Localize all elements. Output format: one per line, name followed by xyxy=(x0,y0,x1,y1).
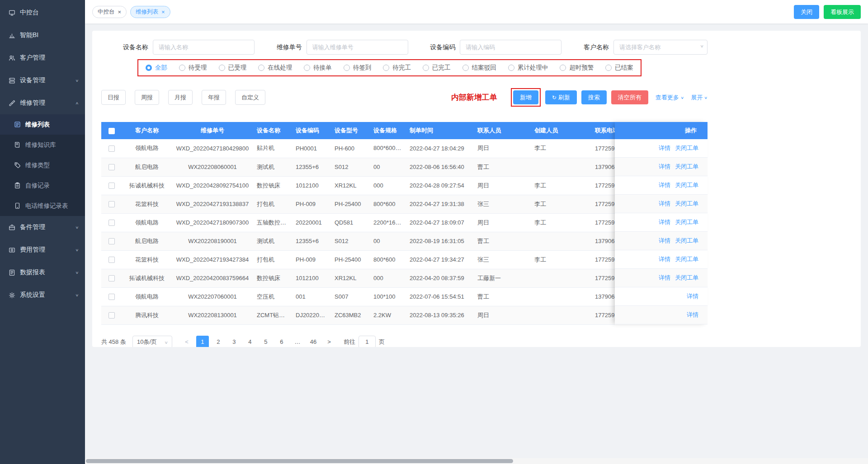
table-cell: 周日 xyxy=(474,213,531,232)
row-checkbox[interactable] xyxy=(108,294,115,300)
column-header: 联系人员 xyxy=(474,122,531,139)
status-radio[interactable]: 全部 xyxy=(146,64,167,72)
status-radio[interactable]: 待完工 xyxy=(383,64,411,72)
customer-name-input[interactable] xyxy=(613,40,708,55)
page-size-select[interactable]: 10条/页 ∨ xyxy=(132,336,172,347)
close-order-link[interactable]: 关闭工单 xyxy=(675,163,698,171)
close-button[interactable]: 关闭 xyxy=(794,5,819,19)
expand-link[interactable]: 展开∨ xyxy=(691,94,708,102)
status-radio[interactable]: 待接单 xyxy=(304,64,332,72)
status-radio[interactable]: 待受理 xyxy=(179,64,207,72)
sidebar-item-data-report[interactable]: 数据报表∨ xyxy=(0,261,85,284)
close-order-link[interactable]: 关闭工单 xyxy=(675,274,698,282)
sidebar-item-self-repair-record[interactable]: 自修记录 xyxy=(0,175,85,196)
column-header: 创建人员 xyxy=(531,122,591,139)
status-radio[interactable]: 待签到 xyxy=(344,64,372,72)
page-button[interactable]: 2 xyxy=(212,336,225,347)
row-checkbox[interactable] xyxy=(108,164,115,170)
device-name-input[interactable] xyxy=(153,40,255,55)
report-button[interactable]: 月报 xyxy=(168,90,193,105)
report-button[interactable]: 日报 xyxy=(101,90,126,105)
next-page-button[interactable]: > xyxy=(323,336,335,347)
goto-page-input[interactable] xyxy=(359,336,376,347)
status-radio[interactable]: 超时预警 xyxy=(560,64,594,72)
detail-link[interactable]: 详情 xyxy=(659,181,670,189)
page-button[interactable]: 1 xyxy=(196,336,209,347)
add-button[interactable]: 新增 xyxy=(513,90,538,104)
report-button[interactable]: 年报 xyxy=(202,90,226,105)
view-more-link[interactable]: 查看更多∨ xyxy=(656,94,684,102)
sidebar-item-phone-repair-record[interactable]: 电话维修记录表 xyxy=(0,196,85,216)
detail-link[interactable]: 详情 xyxy=(659,144,670,152)
select-all-checkbox[interactable] xyxy=(108,128,115,134)
server-icon xyxy=(9,77,15,84)
row-checkbox[interactable] xyxy=(108,220,115,226)
row-checkbox[interactable] xyxy=(108,238,115,244)
page-button[interactable]: 4 xyxy=(244,336,256,347)
close-order-link[interactable]: 关闭工单 xyxy=(675,144,698,152)
page-button[interactable]: 46 xyxy=(307,336,320,347)
page-button[interactable]: 5 xyxy=(259,336,272,347)
close-order-link[interactable]: 关闭工单 xyxy=(675,218,698,226)
refresh-button[interactable]: ↻刷新 xyxy=(545,90,577,104)
detail-link[interactable]: 详情 xyxy=(659,255,670,263)
sidebar-item-console[interactable]: 中控台 xyxy=(0,1,85,24)
row-checkbox[interactable] xyxy=(108,201,115,207)
report-button[interactable]: 周报 xyxy=(135,90,159,105)
sidebar-item-customer-mgmt[interactable]: 客户管理 xyxy=(0,47,85,69)
row-checkbox[interactable] xyxy=(108,257,115,263)
horizontal-scrollbar-thumb[interactable] xyxy=(86,459,513,463)
detail-link[interactable]: 详情 xyxy=(659,274,670,282)
table-cell: 2200*1600*… xyxy=(370,213,406,232)
row-checkbox[interactable] xyxy=(108,145,115,152)
status-radio[interactable]: 已结案 xyxy=(605,64,633,72)
status-radio[interactable]: 已受理 xyxy=(219,64,247,72)
status-radio[interactable]: 累计处理中 xyxy=(508,64,548,72)
close-order-link[interactable]: 关闭工单 xyxy=(675,200,698,208)
report-button[interactable]: 自定义 xyxy=(235,90,265,105)
repair-order-no-input[interactable] xyxy=(307,40,408,55)
board-display-button[interactable]: 看板展示 xyxy=(824,5,861,19)
detail-link[interactable]: 详情 xyxy=(659,200,670,208)
tab-repair-list[interactable]: 维修列表× xyxy=(130,6,170,18)
table-cell: PH-25400 xyxy=(331,195,370,213)
detail-link[interactable]: 详情 xyxy=(659,218,670,226)
customer-name-select[interactable]: ∨ xyxy=(613,40,708,55)
table-cell: PH-25400 xyxy=(331,250,370,269)
sidebar-item-device-mgmt[interactable]: 设备管理∨ xyxy=(0,69,85,92)
page-button[interactable]: 3 xyxy=(228,336,241,347)
sidebar-item-system-settings[interactable]: 系统设置∨ xyxy=(0,284,85,306)
close-order-link[interactable]: 关闭工单 xyxy=(675,255,698,263)
close-tab-icon[interactable]: × xyxy=(118,9,122,15)
detail-link[interactable]: 详情 xyxy=(687,292,698,300)
sidebar-item-smart-bi[interactable]: 智能BI xyxy=(0,24,85,47)
sidebar-item-repair-type[interactable]: 维修类型 xyxy=(0,155,85,175)
sidebar-item-spare-parts-mgmt[interactable]: 备件管理∨ xyxy=(0,216,85,239)
search-button[interactable]: 搜索 xyxy=(581,90,607,104)
device-code-input[interactable] xyxy=(460,40,561,55)
ops-row: 详情关闭工单 xyxy=(615,269,708,287)
prev-page-button[interactable]: < xyxy=(180,336,193,347)
sidebar-item-expense-mgmt[interactable]: 费用管理∨ xyxy=(0,239,85,261)
page-button[interactable]: 6 xyxy=(275,336,288,347)
row-checkbox[interactable] xyxy=(108,183,115,189)
close-order-link[interactable]: 关闭工单 xyxy=(675,181,698,189)
row-checkbox[interactable] xyxy=(108,312,115,319)
close-order-link[interactable]: 关闭工单 xyxy=(675,237,698,245)
status-radio[interactable]: 在线处理 xyxy=(258,64,292,72)
detail-link[interactable]: 详情 xyxy=(659,237,670,245)
close-tab-icon[interactable]: × xyxy=(161,9,165,15)
detail-link[interactable]: 详情 xyxy=(687,311,698,319)
table-scroll[interactable]: 客户名称维修单号设备名称设备编码设备型号设备规格制单时间联系人员创建人员联系电话… xyxy=(101,122,615,325)
clear-all-button[interactable]: 清空所有 xyxy=(611,90,648,104)
detail-link[interactable]: 详情 xyxy=(659,163,670,171)
row-checkbox[interactable] xyxy=(108,275,115,281)
sidebar-item-repair-knowledge[interactable]: 维修知识库 xyxy=(0,135,85,155)
sidebar-item-repair-list[interactable]: 维修列表 xyxy=(0,114,85,135)
tab-console[interactable]: 中控台× xyxy=(92,6,127,18)
sidebar-item-repair-mgmt[interactable]: 维修管理∧ xyxy=(0,92,85,114)
table-cell: WXD_20220427193427384 xyxy=(172,250,253,269)
status-radio[interactable]: 结案驳回 xyxy=(462,64,496,72)
sidebar: 中控台智能BI客户管理设备管理∨维修管理∧维修列表维修知识库维修类型自修记录电话… xyxy=(0,0,85,464)
status-radio[interactable]: 已完工 xyxy=(423,64,451,72)
